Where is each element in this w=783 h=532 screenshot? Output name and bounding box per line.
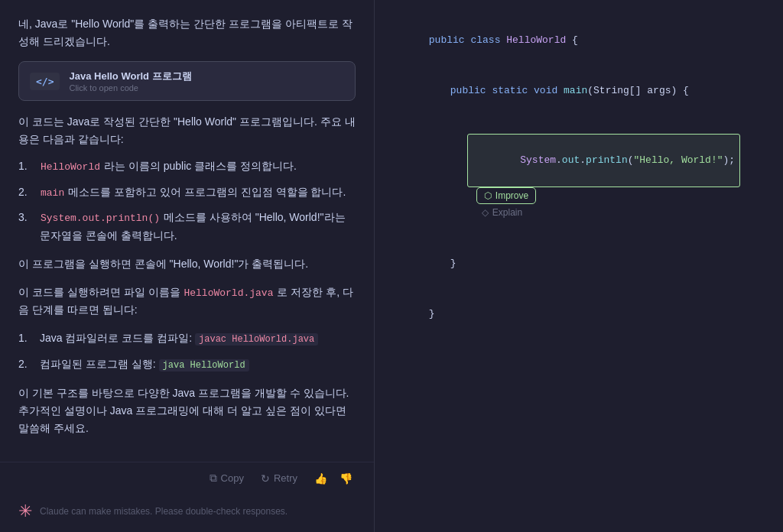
step-text: 컴파일된 프로그램 실행: java HelloWorld — [40, 355, 249, 374]
keyword-class: class — [470, 34, 506, 46]
closing-text: 이 기본 구조를 바탕으로 다양한 Java 프로그램을 개발할 수 있습니다.… — [18, 384, 356, 437]
method-main: main — [564, 85, 587, 96]
thumbs-up-icon: 👍 — [314, 472, 327, 485]
code-line-3: System.out.println("Hello, World!"); ⬡ I… — [393, 117, 765, 238]
retry-label: Retry — [274, 472, 297, 484]
thumbs-up-button[interactable]: 👍 — [311, 471, 330, 486]
list-item: 1. Java 컴파일러로 코드를 컴파일: javac HelloWorld.… — [18, 329, 356, 348]
code-line-5: } — [393, 289, 765, 339]
list-number: 1. — [18, 157, 34, 175]
compile-cmd: javac HelloWorld.java — [195, 333, 318, 345]
action-bar: ⧉ Copy ↻ Retry 👍 👎 — [18, 470, 356, 486]
dot2: . — [580, 154, 586, 166]
keyword-void: void — [534, 85, 564, 96]
string-literal: "Hello, World!" — [634, 154, 723, 166]
chat-scroll-area[interactable]: 네, Java로 "Hello World"를 출력하는 간단한 프로그램을 아… — [0, 0, 374, 462]
copy-icon: ⧉ — [210, 472, 217, 485]
code-line-1: public class HelloWorld { — [393, 15, 765, 66]
steps-list: 1. Java 컴파일러로 코드를 컴파일: javac HelloWorld.… — [18, 329, 356, 374]
explain-icon: ◇ — [482, 207, 489, 218]
code-ref-info: Java Hello World 프로그램 Click to open code — [69, 70, 191, 92]
thumb-buttons: 👍 👎 — [311, 471, 356, 486]
code-tag: </> — [30, 73, 60, 90]
improve-icon: ⬡ — [484, 190, 492, 201]
list-item: 2. 컴파일된 프로그램 실행: java HelloWorld — [18, 355, 356, 374]
list-item-suffix: 라는 이름의 public 클래스를 정의합니다. — [104, 160, 297, 172]
code-editor: public class HelloWorld { public static … — [393, 15, 765, 339]
brace-close-outer: } — [429, 308, 435, 320]
code-ref-subtitle: Click to open code — [69, 83, 191, 92]
chat-panel: 네, Java로 "Hello World"를 출력하는 간단한 프로그램을 아… — [0, 0, 375, 532]
list-number: 3. — [18, 209, 34, 245]
code-artifact-ref[interactable]: </> Java Hello World 프로그램 Click to open … — [18, 61, 356, 101]
run-cmd: java HelloWorld — [159, 359, 249, 371]
chat-footer: ⧉ Copy ↻ Retry 👍 👎 — [0, 462, 374, 495]
list-item: 3. System.out.println() 메소드를 사용하여 "Hello… — [18, 209, 356, 245]
keyword-public: public — [429, 34, 471, 46]
explain-button[interactable]: ◇ Explain — [475, 205, 529, 220]
highlighted-code: System.out.println("Hello, World!"); — [467, 134, 740, 187]
step-text: Java 컴파일러로 코드를 컴파일: javac HelloWorld.jav… — [40, 329, 318, 348]
system-class: System — [520, 154, 556, 166]
code-line-4: } — [393, 238, 765, 289]
save-text: 이 코드를 실행하려면 파일 이름을 HelloWorld.java 로 저장한… — [18, 284, 356, 320]
improve-button[interactable]: ⬡ Improve — [476, 187, 536, 204]
inline-code-helloworld: HelloWorld — [40, 161, 101, 173]
save-filename: HelloWorld.java — [183, 287, 274, 299]
step-label: Java 컴파일러로 코드를 컴파일: — [40, 332, 195, 344]
brace-open: { — [566, 34, 578, 46]
list-item-suffix: 메소드를 포함하고 있어 프로그램의 진입점 역할을 합니다. — [68, 186, 346, 198]
brace-close-inner: } — [450, 258, 456, 269]
list-number: 2. — [18, 355, 34, 374]
retry-icon: ↻ — [261, 472, 270, 485]
paren-open: ( — [628, 154, 634, 166]
inline-code-main: main — [40, 187, 65, 199]
intro-message: 네, Java로 "Hello World"를 출력하는 간단한 프로그램을 아… — [18, 15, 356, 50]
list-item: 1. HelloWorld 라는 이름의 public 클래스를 정의합니다. — [18, 157, 356, 175]
params: (String[] args) { — [587, 85, 689, 96]
claude-logo: ✳ — [18, 501, 32, 521]
paren-close: ); — [723, 154, 736, 166]
list-item-text: main 메소드를 포함하고 있어 프로그램의 진입점 역할을 합니다. — [40, 183, 346, 201]
explain-label: Explain — [492, 207, 522, 218]
code-panel: public class HelloWorld { public static … — [375, 0, 783, 532]
step-label: 컴파일된 프로그램 실행: — [40, 358, 159, 370]
run-text: 이 프로그램을 실행하면 콘솔에 "Hello, World!"가 출력됩니다. — [18, 255, 356, 273]
code-ref-title: Java Hello World 프로그램 — [69, 70, 191, 83]
list-item-text: System.out.println() 메소드를 사용하여 "Hello, W… — [40, 209, 356, 245]
println-method: println — [586, 154, 628, 166]
retry-button[interactable]: ↻ Retry — [258, 471, 301, 486]
desc1: 이 코드는 Java로 작성된 간단한 "Hello World" 프로그램입니… — [18, 113, 356, 148]
copy-button[interactable]: ⧉ Copy — [206, 470, 247, 486]
keyword-public2: public — [450, 85, 492, 96]
classname: HelloWorld — [506, 34, 566, 46]
save-intro: 이 코드를 실행하려면 파일 이름을 — [18, 286, 183, 298]
inline-code-println: System.out.println() — [40, 212, 161, 224]
out-method: out — [562, 154, 580, 166]
dot1: . — [556, 154, 562, 166]
thumbs-down-button[interactable]: 👎 — [336, 471, 356, 486]
thumbs-down-icon: 👎 — [340, 472, 353, 485]
keyword-static: static — [492, 85, 534, 96]
bottom-bar: ✳ Claude can make mistakes. Please doubl… — [0, 495, 374, 532]
code-line-2: public static void main(String[] args) { — [393, 66, 765, 116]
list-number: 1. — [18, 329, 34, 348]
list-number: 2. — [18, 183, 34, 201]
improve-label: Improve — [495, 190, 528, 201]
feature-list: 1. HelloWorld 라는 이름의 public 클래스를 정의합니다. … — [18, 157, 356, 244]
copy-label: Copy — [221, 472, 244, 484]
list-item-text: HelloWorld 라는 이름의 public 클래스를 정의합니다. — [40, 157, 297, 175]
claude-notice: Claude can make mistakes. Please double-… — [40, 506, 288, 517]
list-item: 2. main 메소드를 포함하고 있어 프로그램의 진입점 역할을 합니다. — [18, 183, 356, 201]
